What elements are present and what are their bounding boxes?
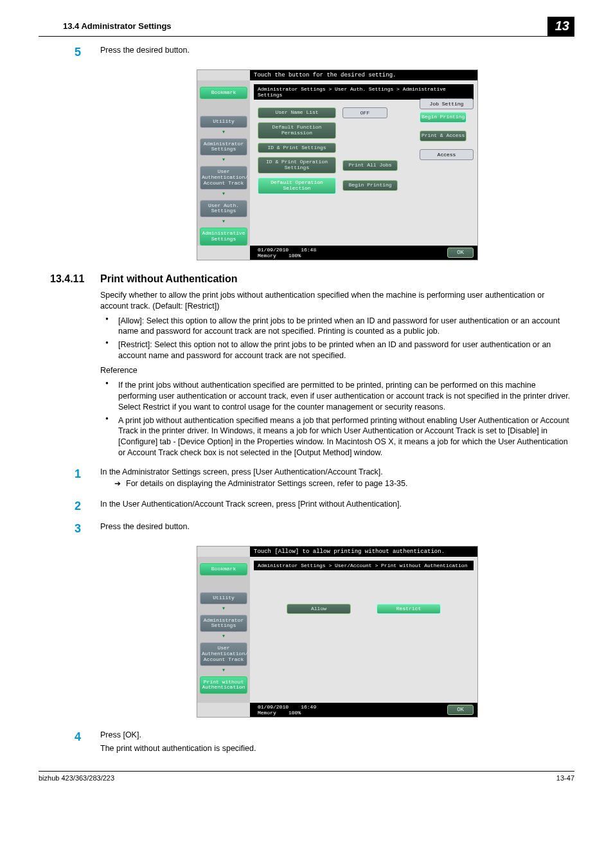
ss2-date: 01/09/2010 <box>258 704 289 710</box>
section-title-text: Print without Authentication <box>100 273 238 284</box>
begin-printing-button[interactable]: Begin Printing <box>342 180 398 191</box>
ss2-breadcrumb: Administrator Settings > User/Account > … <box>254 561 474 570</box>
chevron-down-icon: ▾ <box>197 190 250 197</box>
step-number: 4 <box>75 730 100 758</box>
ss1-memory-label: Memory <box>258 253 276 258</box>
access-label: Access <box>420 149 474 160</box>
print-all-jobs-button[interactable]: Print All Jobs <box>342 160 398 171</box>
ss2-topbar: Touch [Allow] to allow printing without … <box>250 547 477 557</box>
chevron-down-icon: ▾ <box>197 156 250 163</box>
chevron-down-icon: ▾ <box>197 128 250 136</box>
option-allow: [Allow]: Select this option to allow the… <box>100 316 574 338</box>
section-intro: Specify whether to allow the print jobs … <box>100 290 574 312</box>
step-4: 4 Press [OK]. The print without authenti… <box>100 730 574 758</box>
reference-item-1: If the print jobs without authentication… <box>100 380 574 413</box>
ss1-sidebar: Bookmark Utility ▾ Administrator Setting… <box>197 80 250 246</box>
user-name-list-value: OFF <box>342 107 387 118</box>
user-name-list-button[interactable]: User Name List <box>258 107 336 118</box>
header-section-title: 13.4 Administrator Settings <box>63 21 172 31</box>
ss1-right-column: Job Setting Begin Printing Print & Acces… <box>420 98 474 163</box>
ss1-time: 16:48 <box>301 247 316 253</box>
ok-button[interactable]: OK <box>447 705 474 715</box>
sidebar-print-without-auth-button[interactable]: Print without Authentication <box>200 676 247 694</box>
chapter-badge: 13 <box>547 17 574 36</box>
sidebar-admin-settings-button[interactable]: Administrator Settings <box>200 615 247 633</box>
step-text: In the User Authentication/Account Track… <box>100 500 574 513</box>
ss1-breadcrumb: Administrator Settings > User Auth. Sett… <box>254 84 474 100</box>
id-print-settings-button[interactable]: ID & Print Settings <box>258 143 336 154</box>
ss2-time: 16:49 <box>301 704 316 710</box>
step-text: In the Administrator Settings screen, pr… <box>100 467 383 476</box>
page-header: 13.4 Administrator Settings 13 <box>39 19 574 37</box>
job-setting-label: Job Setting <box>420 98 474 109</box>
ss1-memory-pct: 100% <box>289 253 301 258</box>
default-function-permission-button[interactable]: Default Function Permission <box>258 122 336 139</box>
sidebar-administrative-settings-button[interactable]: Administrative Settings <box>200 228 247 246</box>
ss2-sidebar: Bookmark Utility ▾ Administrator Setting… <box>197 557 250 703</box>
chevron-down-icon: ▾ <box>197 604 250 612</box>
step-3: 3 Press the desired button. <box>100 522 574 536</box>
reference-item-2: A print job without authentication speci… <box>100 415 574 459</box>
step-result: The print without authentication is spec… <box>100 743 574 754</box>
allow-button[interactable]: Allow <box>287 604 351 615</box>
screenshot-admin-settings: Touch the button for the desired setting… <box>197 69 478 260</box>
option-restrict: [Restrict]: Select this option not to al… <box>100 339 574 361</box>
id-print-operation-settings-label: ID & Print Operation Settings <box>258 157 336 174</box>
ss1-topbar: Touch the button for the desired setting… <box>250 70 477 80</box>
restrict-button[interactable]: Restrict <box>377 604 441 615</box>
sidebar-admin-settings-button[interactable]: Administrator Settings <box>200 138 247 156</box>
screenshot-print-without-auth: Touch [Allow] to allow printing without … <box>197 546 478 718</box>
reference-heading: Reference <box>100 365 574 376</box>
step-text: Press the desired button. <box>100 522 574 536</box>
footer-model: bizhub 423/363/283/223 <box>39 774 114 782</box>
step-number: 2 <box>75 500 100 513</box>
ss1-main-panel: Administrator Settings > User Auth. Sett… <box>250 80 477 246</box>
sidebar-user-auth-track-button[interactable]: User Authentication/ Account Track <box>200 166 247 189</box>
ss1-date: 01/09/2010 <box>258 247 289 253</box>
page-footer: bizhub 423/363/283/223 13-47 <box>39 771 574 782</box>
step-text: Press the desired button. <box>100 46 574 59</box>
chevron-down-icon: ▾ <box>197 666 250 674</box>
section-number: 13.4.11 <box>50 273 100 285</box>
default-operation-selection-label: Default Operation Selection <box>258 177 336 194</box>
sidebar-utility-button[interactable]: Utility <box>200 592 247 604</box>
print-and-access-button[interactable]: Print & Access <box>420 131 466 141</box>
step-2: 2 In the User Authentication/Account Tra… <box>100 500 574 513</box>
step-5: 5 Press the desired button. <box>100 46 574 59</box>
ss2-footer: 01/09/2010 16:49 Memory 100% OK <box>250 703 477 717</box>
sidebar-user-auth-track-button[interactable]: User Authentication/ Account Track <box>200 642 247 665</box>
begin-printing-right-button[interactable]: Begin Printing <box>420 112 466 123</box>
ss1-footer: 01/09/2010 16:48 Memory 100% OK <box>250 246 477 260</box>
ok-button[interactable]: OK <box>447 248 474 258</box>
sidebar-bookmark-button[interactable]: Bookmark <box>200 87 247 99</box>
step-substep: For details on displaying the Administra… <box>114 479 574 488</box>
chevron-down-icon: ▾ <box>197 632 250 640</box>
section-heading: 13.4.11Print without Authentication <box>50 273 574 285</box>
step-number: 3 <box>75 522 100 536</box>
ss2-memory-pct: 100% <box>289 710 301 716</box>
step-number: 5 <box>75 46 100 59</box>
chevron-down-icon: ▾ <box>197 217 250 225</box>
step-number: 1 <box>75 467 100 491</box>
ss2-memory-label: Memory <box>258 710 276 716</box>
footer-page-number: 13-47 <box>556 774 574 782</box>
sidebar-user-auth-settings-button[interactable]: User Auth. Settings <box>200 200 247 218</box>
step-1: 1 In the Administrator Settings screen, … <box>100 467 574 491</box>
ss2-main-panel: Administrator Settings > User/Account > … <box>250 557 477 703</box>
sidebar-bookmark-button[interactable]: Bookmark <box>200 563 247 575</box>
step-text: Press [OK]. <box>100 730 141 739</box>
sidebar-utility-button[interactable]: Utility <box>200 116 247 128</box>
